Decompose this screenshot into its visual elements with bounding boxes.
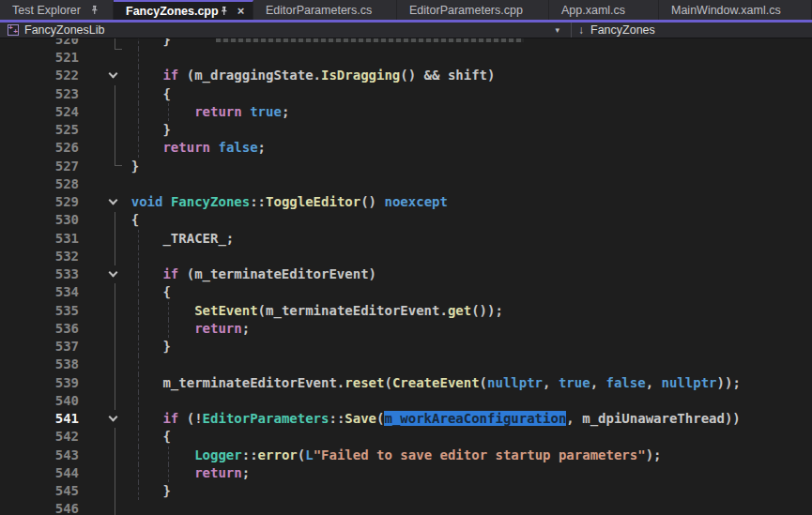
code-token	[100, 465, 194, 480]
code-line[interactable]: 535 SetEvent(m_terminateEditorEvent.get(…	[0, 302, 812, 320]
code-line[interactable]: 545 }	[0, 482, 812, 500]
code-line[interactable]: 529 void FancyZones::ToggleEditor() noex…	[0, 193, 812, 211]
tab-label: EditorParameters.cpp	[409, 4, 523, 17]
code-line[interactable]: 538	[0, 356, 812, 373]
line-number[interactable]: 520	[0, 38, 79, 49]
code-token: nullptr	[487, 375, 543, 390]
code-line[interactable]: 520 }	[0, 38, 812, 49]
line-number[interactable]: 541	[0, 410, 79, 428]
close-icon[interactable]: ×	[235, 5, 248, 17]
code-line[interactable]: 531 _TRACER_;	[0, 230, 812, 248]
tab-test-explorer[interactable]: Test Explorer	[0, 0, 114, 20]
code-line[interactable]: 523 {	[0, 85, 812, 103]
code-token: if	[162, 411, 178, 426]
code-token: if	[162, 266, 178, 281]
code-line[interactable]: 532	[0, 248, 812, 265]
tab-app-xaml-cs[interactable]: App.xaml.cs	[549, 0, 659, 20]
tab-mainwindow-xaml-cs[interactable]: MainWindow.xaml.cs	[659, 0, 812, 20]
line-number[interactable]: 530	[0, 211, 79, 229]
line-number[interactable]: 545	[0, 482, 79, 500]
line-number[interactable]: 523	[0, 85, 79, 103]
line-number[interactable]: 526	[0, 139, 79, 157]
tab-editorparameters-cpp[interactable]: EditorParameters.cpp	[397, 0, 549, 20]
code-line[interactable]: 544 return;	[0, 464, 812, 482]
pin-icon[interactable]	[219, 6, 229, 16]
code-line[interactable]: 522 if (m_draggingState.IsDragging() && …	[0, 67, 812, 84]
code-text: }	[100, 38, 171, 49]
scope-dropdown[interactable]: ↓ FancyZones	[572, 23, 655, 38]
project-dropdown[interactable]: ++ FancyZonesLib ▾	[0, 23, 572, 38]
line-number[interactable]: 540	[0, 392, 79, 410]
code-editor[interactable]: 520 }521522 if (m_draggingState.IsDraggi…	[0, 38, 812, 515]
line-number[interactable]: 542	[0, 428, 79, 446]
code-token	[100, 447, 194, 462]
code-token: CreateEvent	[392, 375, 480, 390]
line-number[interactable]: 543	[0, 447, 79, 464]
code-text: return;	[100, 320, 250, 338]
code-line[interactable]: 541 if (!EditorParameters::Save(m_workAr…	[0, 410, 812, 428]
selected-word-highlight: m_workAreaConfiguration	[384, 411, 566, 426]
down-arrow-icon: ↓	[578, 23, 584, 37]
code-token: _TRACER_;	[100, 231, 234, 246]
chevron-down-icon[interactable]: ▾	[555, 25, 559, 35]
code-text: }	[100, 158, 139, 175]
line-number[interactable]: 525	[0, 121, 79, 139]
line-number[interactable]: 527	[0, 158, 79, 175]
code-line[interactable]: 540	[0, 392, 812, 410]
line-number[interactable]: 535	[0, 302, 79, 320]
line-number[interactable]: 531	[0, 230, 79, 248]
tab-fancyzones-cpp[interactable]: FancyZones.cpp×	[114, 0, 253, 20]
code-token: }	[100, 483, 171, 498]
code-text: if (!EditorParameters::Save(m_workAreaCo…	[100, 410, 741, 428]
line-number[interactable]: 521	[0, 49, 79, 67]
code-token: false	[606, 375, 646, 390]
line-number[interactable]: 537	[0, 338, 79, 356]
line-number[interactable]: 524	[0, 103, 79, 121]
code-token: ;	[282, 104, 289, 119]
code-line[interactable]: 543 Logger::error(L"Failed to save edito…	[0, 447, 812, 464]
code-text: Logger::error(L"Failed to save editor st…	[100, 447, 662, 464]
indent-guide	[138, 392, 139, 410]
code-token	[242, 104, 250, 119]
code-line[interactable]: 536 return;	[0, 320, 812, 338]
line-number[interactable]: 528	[0, 175, 79, 193]
code-token	[100, 194, 131, 209]
code-line[interactable]: 521	[0, 49, 812, 67]
pin-icon[interactable]	[89, 5, 100, 15]
indent-guide	[138, 356, 139, 373]
project-dropdown-label: FancyZonesLib	[24, 23, 104, 37]
code-line[interactable]: 542 {	[0, 428, 812, 446]
code-line[interactable]: 525 }	[0, 121, 812, 139]
code-token: void	[131, 194, 163, 209]
code-line[interactable]: 527 }	[0, 158, 812, 175]
line-number[interactable]: 538	[0, 356, 79, 373]
tab-editorparameters-cs[interactable]: EditorParameters.cs	[253, 0, 397, 20]
code-line[interactable]: 537 }	[0, 338, 812, 356]
line-number[interactable]: 534	[0, 283, 79, 301]
code-token: );	[646, 447, 662, 462]
code-line[interactable]: 533 if (m_terminateEditorEvent)	[0, 265, 812, 283]
code-line[interactable]: 539 m_terminateEditorEvent.reset(CreateE…	[0, 374, 812, 392]
code-token: ;	[242, 465, 250, 480]
line-number[interactable]: 546	[0, 500, 79, 515]
line-number[interactable]: 539	[0, 374, 79, 392]
code-token: return	[194, 321, 242, 336]
code-line[interactable]: 546	[0, 500, 812, 515]
code-line[interactable]: 528	[0, 175, 812, 193]
code-text: void FancyZones::ToggleEditor() noexcept	[100, 193, 448, 211]
line-number[interactable]: 536	[0, 320, 79, 338]
code-line[interactable]: 526 return false;	[0, 139, 812, 157]
navigation-bar: ++ FancyZonesLib ▾ ↓ FancyZones	[0, 23, 812, 38]
line-number[interactable]: 544	[0, 464, 79, 482]
code-line[interactable]: 524 return true;	[0, 103, 812, 121]
code-line[interactable]: 530 {	[0, 211, 812, 229]
line-number[interactable]: 522	[0, 67, 79, 84]
code-token: {	[100, 86, 171, 101]
code-line[interactable]: 534 {	[0, 283, 812, 301]
code-token: return	[194, 104, 242, 119]
code-text: if (m_terminateEditorEvent)	[100, 265, 376, 283]
line-number[interactable]: 532	[0, 248, 79, 265]
line-number[interactable]: 529	[0, 193, 79, 211]
code-token: return	[162, 140, 210, 155]
line-number[interactable]: 533	[0, 265, 79, 283]
